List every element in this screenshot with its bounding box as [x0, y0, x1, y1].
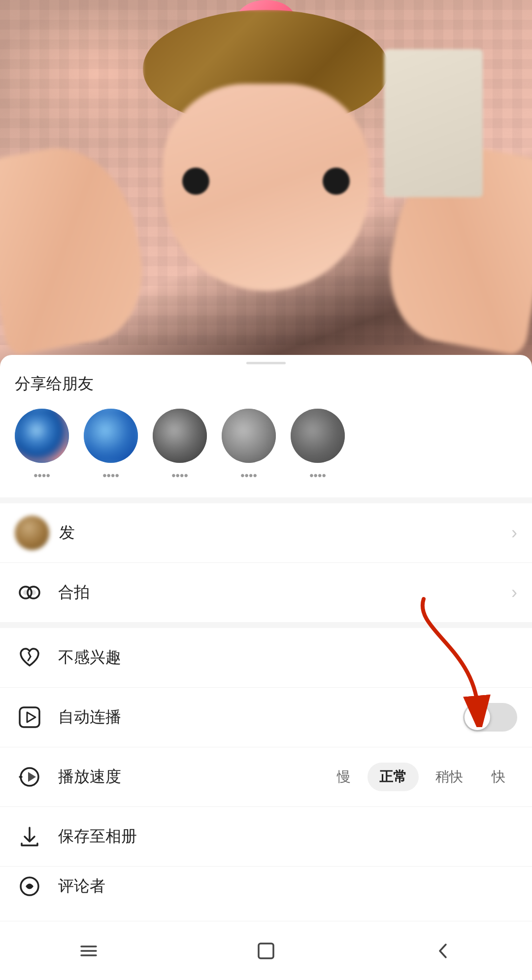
speed-fast[interactable]: 快 — [480, 763, 517, 791]
square-icon — [254, 939, 278, 963]
sheet-handle-area[interactable] — [0, 355, 532, 368]
autoplay-menu-item[interactable]: 自动连播 — [0, 688, 532, 747]
menu-icon — [76, 939, 101, 963]
autoplay-label: 自动连播 — [58, 706, 463, 728]
download-icon — [15, 822, 44, 851]
speed-options: 慢 正常 稍快 快 — [325, 763, 517, 791]
contact-name-5: •••• — [291, 469, 345, 483]
user-name-label: 发 — [59, 522, 511, 544]
contact-avatar-4 — [222, 409, 276, 463]
svg-point-2 — [23, 590, 28, 595]
svg-marker-7 — [27, 712, 35, 722]
avatar-blur-2 — [84, 409, 138, 463]
speed-slightly-fast[interactable]: 稍快 — [424, 763, 475, 791]
autoplay-icon — [15, 702, 44, 732]
share-title: 分享给朋友 — [15, 373, 517, 395]
share-section: 分享给朋友 •••• •••• •••• — [0, 368, 532, 497]
contact-avatar-5 — [291, 409, 345, 463]
group-separator-2 — [0, 622, 532, 628]
contact-avatar-3 — [153, 409, 207, 463]
contact-item[interactable]: •••• — [291, 409, 345, 483]
toggle-knob — [465, 704, 490, 730]
heart-broken-icon — [15, 643, 44, 672]
save-album-menu-item[interactable]: 保存至相册 — [0, 807, 532, 866]
playback-speed-menu-item[interactable]: 播放速度 慢 正常 稍快 快 — [0, 747, 532, 806]
left-eye — [182, 168, 209, 195]
avatar-blur-1 — [15, 409, 69, 463]
not-interested-label: 不感兴趣 — [58, 647, 517, 668]
contact-name-4: •••• — [222, 469, 276, 483]
bottom-navigation — [0, 921, 532, 980]
right-eye — [323, 168, 350, 195]
speed-label: 播放速度 — [58, 766, 325, 788]
contact-item[interactable]: •••• — [15, 409, 69, 483]
user-avatar-small — [15, 516, 49, 550]
speed-icon — [15, 762, 44, 792]
contact-avatar-1 — [15, 409, 69, 463]
contact-item[interactable]: •••• — [153, 409, 207, 483]
nav-home-button[interactable] — [246, 931, 286, 971]
svg-marker-10 — [28, 772, 36, 782]
nav-back-button[interactable] — [424, 931, 463, 971]
not-interested-menu-item[interactable]: 不感兴趣 — [0, 628, 532, 687]
svg-line-5 — [28, 657, 31, 661]
avatar-blur-5 — [291, 409, 345, 463]
collab-icon — [15, 578, 44, 607]
svg-rect-6 — [20, 707, 39, 727]
collab-label: 合拍 — [58, 582, 511, 603]
contact-avatar-2 — [84, 409, 138, 463]
svg-rect-17 — [259, 944, 273, 958]
speed-normal[interactable]: 正常 — [367, 763, 419, 791]
speed-slow[interactable]: 慢 — [325, 763, 363, 791]
autoplay-toggle[interactable] — [463, 703, 517, 732]
contact-name-2: •••• — [84, 469, 138, 483]
user-menu-item[interactable]: 发 › — [0, 503, 532, 562]
partial-icon — [15, 872, 44, 901]
partial-menu-item[interactable]: 评论者 — [0, 867, 532, 906]
video-background — [0, 0, 532, 375]
collab-chevron-icon: › — [511, 582, 517, 603]
save-album-label: 保存至相册 — [58, 826, 517, 847]
partial-label: 评论者 — [58, 875, 517, 897]
bottom-sheet: 分享给朋友 •••• •••• •••• — [0, 355, 532, 980]
user-chevron-icon: › — [511, 523, 517, 543]
contact-name-1: •••• — [15, 469, 69, 483]
contact-item[interactable]: •••• — [84, 409, 138, 483]
background-wall — [384, 49, 483, 197]
contact-item[interactable]: •••• — [222, 409, 276, 483]
eyes-area — [182, 168, 350, 195]
sheet-drag-handle — [246, 362, 286, 364]
svg-point-3 — [31, 590, 36, 595]
contact-name-3: •••• — [153, 469, 207, 483]
svg-point-13 — [28, 884, 32, 888]
group-separator-1 — [0, 497, 532, 503]
nav-menu-button[interactable] — [69, 931, 108, 971]
avatar-blur-3 — [153, 409, 207, 463]
collab-menu-item[interactable]: 合拍 › — [0, 563, 532, 622]
back-icon — [431, 939, 456, 963]
avatar-blur-4 — [222, 409, 276, 463]
share-contacts-row: •••• •••• •••• •••• — [15, 409, 517, 488]
